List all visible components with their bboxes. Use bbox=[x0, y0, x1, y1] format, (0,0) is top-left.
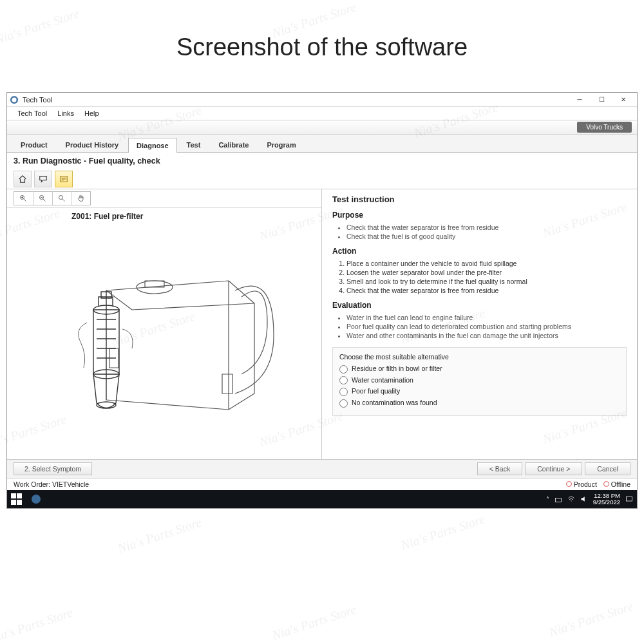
menu-techtool[interactable]: Tech Tool bbox=[12, 108, 52, 118]
choose-box: Choose the most suitable alternative Res… bbox=[332, 347, 627, 416]
menu-links[interactable]: Links bbox=[52, 108, 79, 118]
evaluation-heading: Evaluation bbox=[332, 301, 627, 310]
checklist-button[interactable] bbox=[55, 171, 73, 187]
left-pane: Z001: Fuel pre-filter bbox=[7, 189, 322, 459]
status-offline: Offline bbox=[603, 480, 630, 488]
home-button[interactable] bbox=[14, 171, 32, 187]
diagram-image bbox=[7, 225, 321, 459]
right-pane: Test instruction Purpose Check that the … bbox=[322, 189, 637, 459]
radio-option[interactable]: No contamination was found bbox=[339, 399, 620, 408]
app-icon bbox=[10, 95, 19, 104]
svg-point-10 bbox=[59, 196, 62, 200]
bottom-nav: 2. Select Symptom < Back Continue > Canc… bbox=[7, 459, 637, 478]
cancel-button[interactable]: Cancel bbox=[585, 462, 630, 475]
list-item: Smell and look to try to determine if th… bbox=[346, 278, 627, 285]
tray-wifi-icon[interactable] bbox=[567, 495, 575, 503]
taskbar: ˄ 12:38 PM 9/25/2022 bbox=[7, 490, 637, 508]
breadcrumb-button[interactable]: 2. Select Symptom bbox=[14, 462, 92, 475]
svg-rect-22 bbox=[627, 497, 632, 501]
pan-button[interactable] bbox=[71, 192, 90, 205]
radio-option[interactable]: Water contamination bbox=[339, 376, 620, 385]
tab-test[interactable]: Test bbox=[178, 137, 209, 152]
list-item: Loosen the water separator bowl under th… bbox=[346, 269, 627, 276]
evaluation-list: Water in the fuel can lead to engine fai… bbox=[346, 314, 627, 339]
list-item: Poor fuel quality can lead to deteriorat… bbox=[346, 323, 627, 330]
taskbar-clock[interactable]: 12:38 PM 9/25/2022 bbox=[593, 493, 620, 506]
toolbar bbox=[7, 169, 637, 189]
tab-diagnose[interactable]: Diagnose bbox=[128, 138, 177, 153]
purpose-heading: Purpose bbox=[332, 211, 627, 220]
svg-point-20 bbox=[32, 495, 41, 504]
svg-line-8 bbox=[43, 199, 46, 202]
radio-option[interactable]: Residue or filth in bowl or filter bbox=[339, 365, 620, 374]
status-product: Product bbox=[566, 480, 597, 488]
app-window: Tech Tool ─ ☐ ✕ Tech Tool Links Help Vol… bbox=[6, 92, 638, 509]
tab-product[interactable]: Product bbox=[12, 137, 56, 152]
zoom-out-button[interactable] bbox=[53, 192, 72, 205]
diagram-title: Z001: Fuel pre-filter bbox=[7, 208, 321, 225]
tray-notifications-icon[interactable] bbox=[625, 495, 633, 503]
maximize-button[interactable]: ☐ bbox=[591, 93, 612, 107]
tray-volume-icon[interactable] bbox=[580, 495, 588, 503]
minimize-button[interactable]: ─ bbox=[569, 93, 591, 107]
start-button[interactable] bbox=[11, 493, 23, 505]
svg-line-11 bbox=[62, 199, 65, 202]
tab-product-history[interactable]: Product History bbox=[57, 137, 128, 152]
zoom-toolbar bbox=[7, 189, 321, 208]
svg-rect-15 bbox=[222, 374, 232, 393]
list-item: Check that the fuel is of good quality bbox=[346, 232, 627, 240]
tabbar: Product Product History Diagnose Test Ca… bbox=[7, 135, 637, 153]
action-heading: Action bbox=[332, 247, 627, 256]
list-item: Water in the fuel can lead to engine fai… bbox=[346, 314, 627, 321]
window-title: Tech Tool bbox=[23, 96, 52, 104]
statusbar: Work Order: VIETVehicle Product Offline bbox=[7, 478, 637, 490]
menu-help[interactable]: Help bbox=[79, 108, 104, 118]
titlebar: Tech Tool ─ ☐ ✕ bbox=[7, 93, 637, 107]
outer-title: Screenshot of the software bbox=[0, 0, 644, 92]
svg-line-4 bbox=[24, 199, 26, 202]
purpose-list: Check that the water separator is free f… bbox=[346, 223, 627, 240]
continue-button[interactable]: Continue > bbox=[525, 462, 582, 475]
list-item: Check that the water separator is free f… bbox=[346, 287, 627, 294]
action-list: Place a container under the vehicle to a… bbox=[346, 260, 627, 294]
tab-calibrate[interactable]: Calibrate bbox=[210, 137, 257, 152]
tray-network-icon[interactable] bbox=[554, 495, 562, 503]
work-order: Work Order: VIETVehicle bbox=[14, 480, 89, 488]
comment-button[interactable] bbox=[34, 171, 52, 187]
instruction-heading: Test instruction bbox=[332, 194, 627, 204]
taskbar-app-icon[interactable] bbox=[29, 492, 43, 506]
tab-program[interactable]: Program bbox=[258, 137, 304, 152]
brand-button[interactable]: Volvo Trucks bbox=[577, 122, 632, 133]
list-item: Place a container under the vehicle to a… bbox=[346, 260, 627, 267]
zoom-fit-button[interactable] bbox=[33, 192, 53, 205]
brand-strip: Volvo Trucks bbox=[7, 120, 637, 135]
page-title: 3. Run Diagnostic - Fuel quality, check bbox=[7, 153, 637, 169]
tray-chevron-icon[interactable]: ˄ bbox=[546, 496, 549, 503]
close-button[interactable]: ✕ bbox=[612, 93, 634, 107]
back-button[interactable]: < Back bbox=[477, 462, 522, 475]
list-item: Water and other contaminants in the fuel… bbox=[346, 332, 627, 339]
menubar: Tech Tool Links Help bbox=[7, 107, 637, 120]
list-item: Check that the water separator is free f… bbox=[346, 223, 627, 231]
zoom-in-button[interactable] bbox=[14, 192, 33, 205]
radio-option[interactable]: Poor fuel quality bbox=[339, 387, 620, 396]
svg-rect-21 bbox=[555, 498, 561, 502]
svg-point-1 bbox=[12, 97, 17, 102]
choose-prompt: Choose the most suitable alternative bbox=[339, 353, 620, 361]
